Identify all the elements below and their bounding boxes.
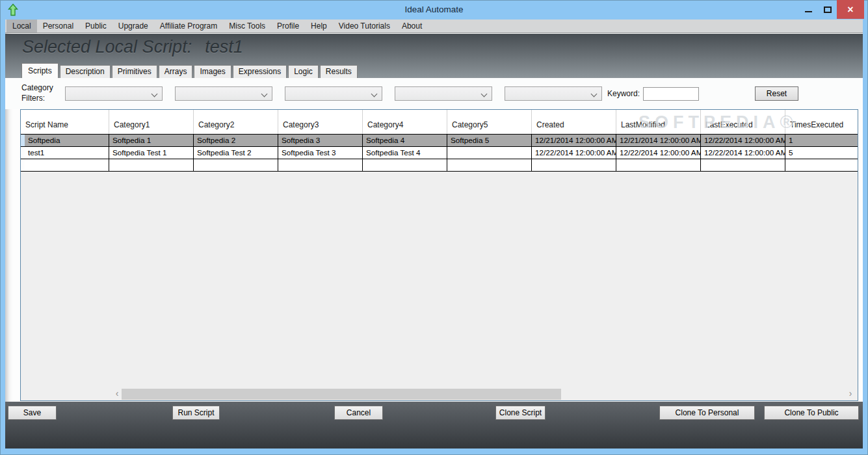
tab-strip: Scripts Description Primitives Arrays Im… <box>21 63 359 78</box>
cell-lastexecuted[interactable]: 12/22/2014 12:00:00 AM <box>701 135 785 147</box>
cell-lastmodified[interactable] <box>616 159 701 172</box>
client-area: Local Personal Public Upgrade Affiliate … <box>5 20 863 448</box>
keyword-input[interactable] <box>643 87 699 101</box>
selected-script-name: test1 <box>205 37 243 57</box>
column-header-category2[interactable]: Category2 <box>194 110 278 134</box>
table-row[interactable]: test1 Softpedia Test 1 Softpedia Test 2 … <box>21 147 858 159</box>
keyword-label: Keyword: <box>607 89 640 98</box>
table-row[interactable]: Softpedia Softpedia 1 Softpedia 2 Softpe… <box>21 135 858 147</box>
menu-item-affiliate-program[interactable]: Affiliate Program <box>154 20 223 32</box>
cell-created[interactable]: 12/22/2014 12:00:00 AM <box>532 147 616 159</box>
cell-category5[interactable]: Softpedia 5 <box>447 135 532 147</box>
category-filters-label: Category Filters: <box>21 83 59 103</box>
cell-script-name[interactable]: test1 <box>25 147 109 159</box>
filter-bar: Category Filters: Keyword: Reset <box>5 78 863 109</box>
column-header-category1[interactable]: Category1 <box>109 110 194 134</box>
chevron-right-icon[interactable]: › <box>847 389 854 400</box>
cell-script-name[interactable] <box>25 159 109 172</box>
scrollbar-thumb[interactable] <box>122 389 561 400</box>
cell-category3[interactable] <box>278 159 363 172</box>
column-header-lastmodified[interactable]: LastModified <box>616 110 701 134</box>
cell-timesexecuted[interactable]: 5 <box>785 147 858 159</box>
tab-logic[interactable]: Logic <box>288 65 319 78</box>
clone-script-button[interactable]: Clone Script <box>495 406 546 420</box>
run-script-button[interactable]: Run Script <box>172 406 220 420</box>
menu-item-help[interactable]: Help <box>305 20 333 32</box>
menu-item-upgrade[interactable]: Upgrade <box>112 20 154 32</box>
cell-timesexecuted[interactable]: 1 <box>785 135 858 147</box>
chevron-down-icon <box>151 91 158 98</box>
table-row-empty[interactable] <box>21 159 858 172</box>
cell-category2[interactable]: Softpedia 2 <box>194 135 278 147</box>
menu-item-profile[interactable]: Profile <box>271 20 305 32</box>
cell-category5[interactable] <box>447 147 532 159</box>
minimize-icon[interactable] <box>799 0 818 19</box>
cell-category1[interactable]: Softpedia Test 1 <box>109 147 194 159</box>
cell-category1[interactable] <box>109 159 194 172</box>
cell-category5[interactable] <box>447 159 532 172</box>
chevron-down-icon <box>591 91 598 98</box>
cell-created[interactable] <box>532 159 616 172</box>
scripts-grid: Script Name Category1 Category2 Category… <box>20 109 858 401</box>
column-header-category5[interactable]: Category5 <box>447 110 532 134</box>
close-icon[interactable]: × <box>837 0 864 19</box>
menu-item-personal[interactable]: Personal <box>37 20 79 32</box>
cell-category3[interactable]: Softpedia Test 3 <box>278 147 363 159</box>
cell-lastexecuted[interactable] <box>701 159 785 172</box>
horizontal-scrollbar[interactable]: ‹ › <box>21 389 857 400</box>
chevron-down-icon <box>371 91 378 98</box>
bottom-action-bar: Save Run Script Cancel Clone Script Clon… <box>5 402 863 448</box>
tab-description[interactable]: Description <box>60 65 111 78</box>
window-controls: × <box>799 0 864 19</box>
cell-category2[interactable]: Softpedia Test 2 <box>194 147 278 159</box>
cell-category4[interactable]: Softpedia 4 <box>363 135 447 147</box>
chevron-down-icon <box>481 91 488 98</box>
tab-scripts[interactable]: Scripts <box>21 63 59 78</box>
category-filter-dropdown-1[interactable] <box>65 86 163 101</box>
clone-to-public-button[interactable]: Clone To Public <box>764 406 859 420</box>
cell-script-name[interactable]: Softpedia <box>25 135 109 147</box>
save-button[interactable]: Save <box>8 406 57 420</box>
cell-category4[interactable]: Softpedia Test 4 <box>363 147 447 159</box>
category-filter-dropdown-3[interactable] <box>285 86 382 101</box>
column-header-timesexecuted[interactable]: TimesExecuted <box>785 110 858 134</box>
page-title-label: Selected Local Script: <box>22 37 192 57</box>
category-filter-dropdown-5[interactable] <box>505 86 602 101</box>
menu-item-local[interactable]: Local <box>7 20 37 32</box>
column-header-category4[interactable]: Category4 <box>363 110 447 134</box>
column-header-created[interactable]: Created <box>532 110 616 134</box>
menu-item-public[interactable]: Public <box>79 20 112 32</box>
menu-item-misc-tools[interactable]: Misc Tools <box>223 20 271 32</box>
chevron-left-icon[interactable]: ‹ <box>113 389 121 400</box>
cancel-button[interactable]: Cancel <box>334 406 383 420</box>
category-filter-dropdown-4[interactable] <box>395 86 492 101</box>
cell-category3[interactable]: Softpedia 3 <box>278 135 363 147</box>
cell-created[interactable]: 12/21/2014 12:00:00 AM <box>532 135 616 147</box>
cell-timesexecuted[interactable] <box>785 159 858 172</box>
menu-item-video-tutorials[interactable]: Video Tutorials <box>333 20 396 32</box>
column-header-lastexecuted[interactable]: LastExecuted <box>701 110 785 134</box>
column-header-script-name[interactable]: Script Name <box>21 110 109 134</box>
tab-results[interactable]: Results <box>320 65 358 78</box>
page-title: Selected Local Script:test1 <box>22 37 243 57</box>
cell-category2[interactable] <box>194 159 278 172</box>
cell-lastmodified[interactable]: 12/22/2014 12:00:00 AM <box>616 147 701 159</box>
tab-images[interactable]: Images <box>194 65 231 78</box>
menu-bar: Local Personal Public Upgrade Affiliate … <box>5 20 863 33</box>
tab-expressions[interactable]: Expressions <box>233 65 287 78</box>
window-title: Ideal Automate <box>0 5 868 14</box>
cell-category4[interactable] <box>363 159 447 172</box>
reset-button[interactable]: Reset <box>755 86 798 101</box>
cell-lastmodified[interactable]: 12/21/2014 12:00:00 AM <box>616 135 701 147</box>
grid-header-row: Script Name Category1 Category2 Category… <box>21 110 858 134</box>
chevron-down-icon <box>261 91 268 98</box>
tab-arrays[interactable]: Arrays <box>159 65 193 78</box>
maximize-icon[interactable] <box>818 0 837 19</box>
menu-item-about[interactable]: About <box>396 20 428 32</box>
tab-primitives[interactable]: Primitives <box>112 65 157 78</box>
cell-lastexecuted[interactable]: 12/22/2014 12:00:00 AM <box>701 147 785 159</box>
column-header-category3[interactable]: Category3 <box>278 110 363 134</box>
category-filter-dropdown-2[interactable] <box>175 86 272 101</box>
clone-to-personal-button[interactable]: Clone To Personal <box>659 406 755 420</box>
cell-category1[interactable]: Softpedia 1 <box>109 135 194 147</box>
